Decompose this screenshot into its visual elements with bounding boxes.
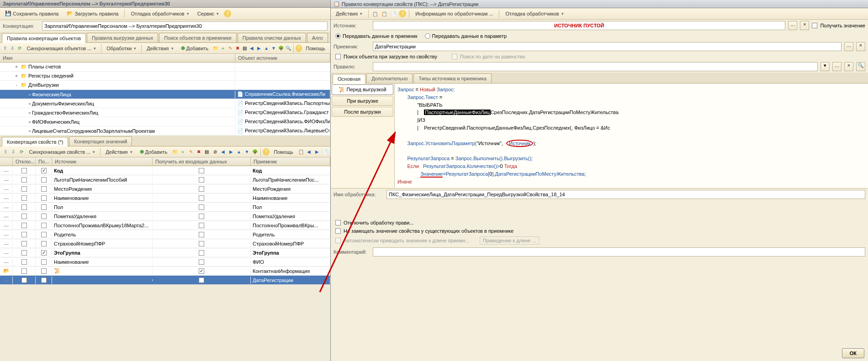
rule-input[interactable]: [373, 62, 818, 71]
move-down2-icon[interactable]: ▼: [243, 148, 251, 156]
help2-button[interactable]: Помощь: [270, 148, 296, 156]
search-prop-checkbox[interactable]: [335, 54, 341, 59]
add-folder2-icon[interactable]: 📁: [171, 148, 179, 156]
radio-to-dest[interactable]: [335, 33, 341, 39]
tree2-icon[interactable]: 🌳: [251, 148, 259, 156]
comment-input[interactable]: [373, 247, 865, 256]
tab-types[interactable]: Типы источника и приемника: [413, 73, 491, 83]
dialog-icon1[interactable]: 📋: [371, 10, 379, 17]
get-value-checkbox[interactable]: [812, 23, 817, 28]
actions-dropdown[interactable]: Действия: [143, 44, 176, 52]
source-clear-button[interactable]: ×: [800, 21, 809, 30]
next-icon[interactable]: ▶: [256, 45, 262, 52]
grid-header-off[interactable]: Отклю...: [13, 157, 36, 166]
prev2-icon[interactable]: ◀: [219, 148, 227, 156]
search-icon[interactable]: 🔍: [285, 45, 291, 52]
debug-handlers-dropdown[interactable]: Отладка обработчиков: [127, 10, 192, 18]
no-replace-checkbox[interactable]: [335, 228, 341, 234]
up-icon[interactable]: ⇧: [2, 45, 8, 52]
dialog-icon2[interactable]: 📋: [381, 10, 388, 17]
tab-values-conversion[interactable]: Конвертация значений: [69, 136, 132, 146]
load-rules-button[interactable]: 📂Загрузить правила: [64, 9, 122, 18]
grid-row[interactable]: —ПолПол: [0, 203, 330, 212]
processing-dropdown[interactable]: Обработки: [103, 44, 139, 52]
prev-icon[interactable]: ◀: [249, 45, 255, 52]
search-date-checkbox[interactable]: [452, 54, 457, 59]
tree-header-name[interactable]: Имя: [0, 54, 235, 62]
handler-before-export[interactable]: 📜 Перед выгрузкой: [332, 84, 393, 95]
add-item-icon[interactable]: ＋: [220, 45, 226, 52]
dialog-help-icon[interactable]: ?: [399, 10, 406, 17]
extra3-icon[interactable]: ▶: [313, 148, 321, 156]
extra1-icon[interactable]: 📋: [297, 148, 305, 156]
disable-processing-checkbox[interactable]: [335, 220, 341, 225]
help3-icon[interactable]: ?: [263, 148, 270, 156]
up2-icon[interactable]: ⇧: [2, 148, 9, 156]
move-down-icon[interactable]: ▼: [270, 45, 277, 52]
info-handlers-button[interactable]: Информация по обработчикам ...: [412, 10, 496, 18]
rule-search-button[interactable]: 🔍: [856, 62, 865, 71]
source-ellipsis-button[interactable]: …: [788, 21, 797, 30]
extra2-icon[interactable]: ◀: [305, 148, 312, 156]
add2-button[interactable]: ⊕Добавить: [137, 147, 171, 156]
tree-row[interactable]: - 📁 ДляВыгрузки: [0, 81, 330, 90]
sync-props-button[interactable]: Синхронизация свойств ...: [26, 148, 99, 156]
grid-row[interactable]: —МестоРожденияМестоРождения: [0, 184, 330, 194]
grid-row[interactable]: —ЭтоГруппаЭтоГруппа: [0, 248, 330, 257]
ok-button[interactable]: ОК: [842, 348, 864, 358]
grid-row[interactable]: —НаименованиеФИО: [0, 257, 330, 267]
code-editor[interactable]: Запрос = Новый Запрос; Запрос.Текст = "В…: [395, 84, 868, 188]
dest-input[interactable]: [373, 42, 842, 51]
grid-header-search[interactable]: По...: [36, 157, 52, 166]
handler-name-input[interactable]: [386, 190, 865, 199]
edit2-icon[interactable]: ✎: [187, 148, 195, 156]
move-up-icon[interactable]: ▲: [263, 45, 270, 52]
down2-icon[interactable]: ⇩: [10, 148, 17, 156]
next2-icon[interactable]: ▶: [228, 148, 235, 156]
tree-header-source[interactable]: Объект источник: [235, 54, 330, 62]
tab-cleanup-rules[interactable]: Правила очистки данных: [238, 33, 306, 42]
edit-icon[interactable]: ✎: [227, 45, 233, 52]
actions2-dropdown[interactable]: Действия: [102, 148, 135, 156]
sync-icon[interactable]: ⟳: [16, 45, 23, 52]
auto-len-checkbox[interactable]: [335, 238, 341, 243]
tree-icon[interactable]: 🌳: [278, 45, 284, 52]
service-dropdown[interactable]: Сервис: [194, 10, 222, 18]
grid-header-dest[interactable]: Приемник: [251, 157, 330, 166]
dest-ellipsis-button[interactable]: …: [844, 42, 853, 51]
dialog-icon3[interactable]: 📄: [390, 10, 397, 17]
tree-row[interactable]: + 📁 Планы счетов: [0, 63, 330, 72]
delete-icon[interactable]: ✖: [234, 45, 241, 52]
help-icon[interactable]: ?: [224, 10, 231, 17]
grid-row[interactable]: —ДатаРегистрации: [0, 276, 330, 285]
grid-row[interactable]: 📂📜КонтактнаяИнформация: [0, 267, 330, 276]
grid-row[interactable]: —ПометкаУдаленияПометкаУдаления: [0, 212, 330, 221]
grid-header-incoming[interactable]: Получить из входящих данных: [153, 157, 251, 166]
help-button[interactable]: Помощь: [303, 44, 329, 52]
tab-props-conversion[interactable]: Конвертация свойств (*): [2, 137, 68, 146]
dest-clear-button[interactable]: ×: [856, 42, 865, 51]
props-grid[interactable]: —КодКод—ЛьготаПриНачисленииПособийЛьгота…: [0, 166, 330, 285]
move-up2-icon[interactable]: ▲: [235, 148, 243, 156]
grid-row[interactable]: —НаименованиеНаименование: [0, 194, 330, 203]
handler-on-export[interactable]: При выгрузке: [332, 96, 393, 106]
rule-dd-button[interactable]: ▾: [820, 62, 830, 71]
tree-row[interactable]: ▫ ФизическиеЛица📄 СправочникСсылка.Физич…: [0, 90, 330, 99]
toggle-icon[interactable]: ⊘: [212, 148, 219, 156]
tree-row[interactable]: ▫ ДокументыФизическихЛиц📄 РегистрСведени…: [0, 99, 330, 108]
radio-to-param[interactable]: [425, 33, 430, 39]
tree-row[interactable]: + 📁 Регистры сведений: [0, 72, 330, 81]
dialog-actions-dropdown[interactable]: Действия: [333, 10, 365, 18]
handler-after-export[interactable]: После выгрузки: [332, 107, 393, 117]
sync-objects-button[interactable]: Синхронизация объектов ...: [24, 44, 100, 52]
tab-export-rules[interactable]: Правила выгрузки данных: [87, 33, 158, 42]
grid-row[interactable]: —ПостоянноПроживалВКрыму18Марта2...Посто…: [0, 221, 330, 230]
save-rules-button[interactable]: 💾Сохранить правила: [2, 9, 62, 18]
tree-row[interactable]: ▫ ГражданствоФизическихЛиц📄 РегистрСведе…: [0, 108, 330, 117]
extra4-icon[interactable]: 📄: [321, 148, 328, 156]
rule-ellipsis-button[interactable]: …: [832, 62, 842, 71]
add-button[interactable]: ⊕Добавить: [178, 44, 212, 52]
grid-header-source[interactable]: Источник: [52, 157, 153, 166]
tree-row[interactable]: ▫ ФИОФизическихЛиц📄 РегистрСведенийЗапис…: [0, 117, 330, 126]
source-input[interactable]: ИСТОЧНИК ПУСТОЙ: [373, 21, 785, 30]
